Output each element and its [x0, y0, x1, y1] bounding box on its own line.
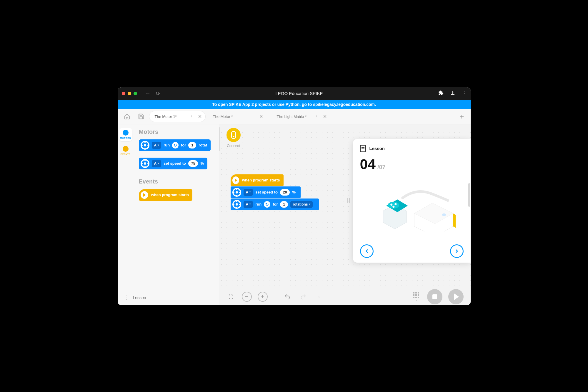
maximize-window-icon[interactable]	[134, 92, 137, 95]
unit-dropdown[interactable]: rotations▾	[290, 201, 312, 208]
banner-text: To open SPIKE App 2 projects or use Pyth…	[212, 102, 376, 107]
app-window: ← ⟳ LEGO Education SPIKE ⋮ To open SPIKE…	[118, 87, 471, 305]
port-dropdown[interactable]: A▾	[244, 189, 253, 196]
tab-close-icon[interactable]: ✕	[323, 114, 327, 119]
tab-menu-icon[interactable]: ⋮	[190, 114, 194, 119]
tab-menu-icon[interactable]: ⋮	[251, 114, 255, 119]
zoom-out-button[interactable]: −	[242, 292, 252, 302]
collapse-button[interactable]: ‹	[314, 292, 324, 302]
motor-icon	[141, 141, 149, 150]
amount-input[interactable]: 1	[280, 201, 288, 208]
unit-label: rotat	[199, 143, 207, 147]
tab-motor[interactable]: The Motor * ⋮ ✕	[208, 111, 266, 122]
scrollbar[interactable]	[468, 183, 470, 207]
grid-toggle[interactable]: ▾	[411, 292, 421, 302]
connect-label: Connect	[227, 144, 240, 148]
window-title: LEGO Education SPIKE	[160, 91, 438, 96]
undo-button[interactable]	[282, 292, 292, 302]
percent-label: %	[200, 161, 204, 166]
refresh-icon[interactable]: ⟳	[156, 90, 160, 97]
run-button[interactable]	[448, 289, 464, 304]
more-menu-icon[interactable]: ⋮	[462, 91, 467, 96]
tab-light-matrix[interactable]: The Light Matrix * ⋮ ✕	[271, 111, 330, 122]
tab-close-icon[interactable]: ✕	[259, 114, 263, 119]
palette-resize-handle[interactable]	[219, 127, 220, 151]
nav-controls: ← ⟳	[145, 90, 160, 97]
lesson-menu-icon[interactable]: ⋮	[124, 294, 129, 301]
lesson-panel-handle[interactable]: ||	[347, 195, 352, 206]
hub-icon	[231, 131, 236, 139]
play-icon	[141, 191, 148, 199]
port-dropdown[interactable]: A▾	[152, 142, 161, 149]
lesson-prev-button[interactable]	[360, 244, 374, 258]
category-sidebar: MOTORS EVENTS	[118, 124, 134, 305]
run-label: run	[255, 202, 261, 206]
close-window-icon[interactable]	[122, 92, 125, 95]
speed-label: set speed to	[255, 190, 278, 194]
port-dropdown[interactable]: A▾	[244, 201, 253, 208]
block-motor-run-template[interactable]: A▾ run ↻ for 1 rotat	[139, 139, 211, 151]
category-events[interactable]: EVENTS	[119, 144, 132, 157]
for-label: for	[273, 202, 278, 206]
tab-title: The Motor 1*	[155, 114, 186, 119]
category-label: MOTORS	[120, 137, 131, 139]
redo-button	[298, 292, 308, 302]
connect-button[interactable]	[226, 128, 241, 142]
amount-input[interactable]: 1	[188, 142, 196, 149]
lesson-nav	[360, 244, 464, 258]
main-body: MOTORS EVENTS Motors A▾ run ↻ for 1 rota…	[118, 124, 471, 305]
block-program-start[interactable]: when program starts	[231, 174, 284, 186]
stop-button[interactable]	[427, 289, 442, 304]
step-current: 04	[360, 156, 376, 172]
tab-motor-1[interactable]: The Motor 1* ⋮ ✕	[149, 111, 205, 122]
start-label: when program starts	[151, 193, 189, 197]
titlebar: ← ⟳ LEGO Education SPIKE ⋮	[118, 87, 471, 100]
category-motors[interactable]: MOTORS	[119, 128, 132, 141]
center-view-button[interactable]	[226, 292, 236, 302]
block-motor-speed[interactable]: A▾ set speed to 20 %	[231, 186, 301, 198]
tab-separator	[269, 113, 269, 120]
window-controls	[122, 92, 137, 95]
motor-icon	[232, 200, 241, 209]
palette-footer: ⋮ Lesson	[118, 290, 219, 305]
svg-point-4	[394, 203, 397, 205]
home-button[interactable]	[121, 111, 133, 122]
block-motor-speed-template[interactable]: A▾ set speed to 75 %	[139, 158, 207, 169]
canvas[interactable]: Connect when program starts A▾ set speed…	[219, 124, 471, 305]
zoom-in-button[interactable]: +	[258, 292, 268, 302]
for-label: for	[181, 143, 186, 147]
direction-dropdown[interactable]: ↻	[172, 142, 179, 149]
section-title: Events	[139, 178, 214, 185]
save-button[interactable]	[135, 111, 147, 122]
block-palette: Motors A▾ run ↻ for 1 rotat A▾ set speed…	[134, 124, 219, 305]
motor-icon	[141, 159, 149, 168]
speed-label: set speed to	[164, 161, 186, 166]
lesson-step-indicator: 04 /07	[360, 156, 464, 172]
back-icon[interactable]: ←	[145, 90, 151, 96]
lesson-header: Lesson	[360, 145, 464, 152]
lesson-footer-label[interactable]: Lesson	[133, 295, 146, 300]
legacy-banner: To open SPIKE App 2 projects or use Pyth…	[118, 100, 471, 109]
lesson-next-button[interactable]	[450, 244, 464, 258]
block-program-start-template[interactable]: when program starts	[139, 189, 193, 201]
svg-marker-9	[453, 213, 456, 228]
lesson-icon	[360, 145, 366, 152]
download-icon[interactable]	[450, 90, 455, 97]
script-stack[interactable]: when program starts A▾ set speed to 20 %…	[231, 174, 319, 210]
tab-title: The Light Matrix *	[277, 114, 311, 119]
speed-input[interactable]: 20	[280, 189, 290, 196]
direction-dropdown[interactable]: ↻	[264, 201, 270, 208]
tab-close-icon[interactable]: ✕	[198, 114, 202, 119]
extensions-icon[interactable]	[438, 90, 444, 97]
block-motor-run[interactable]: A▾ run ↻ for 1 rotations▾	[231, 198, 319, 210]
speed-input[interactable]: 75	[188, 160, 198, 167]
svg-point-5	[392, 206, 394, 208]
port-dropdown[interactable]: A▾	[152, 160, 161, 167]
category-label: EVENTS	[121, 153, 131, 156]
grid-icon	[413, 292, 419, 298]
minimize-window-icon[interactable]	[128, 92, 131, 95]
add-tab-button[interactable]: +	[457, 112, 467, 121]
events-color-icon	[123, 146, 129, 152]
lesson-image	[360, 175, 464, 241]
tab-menu-icon[interactable]: ⋮	[315, 114, 319, 119]
